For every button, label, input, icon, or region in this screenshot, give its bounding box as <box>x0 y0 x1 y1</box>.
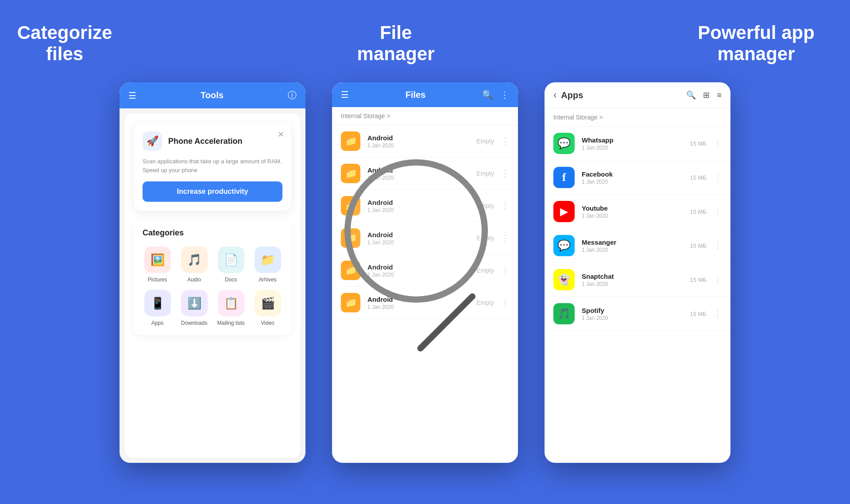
accel-icon: 🚀 <box>143 131 162 151</box>
folder-icon-3: 📁 <box>341 228 360 248</box>
accel-title: Phone Acceleration <box>168 137 242 146</box>
file-item-3[interactable]: 📁 Android 1 Jan 2020 Empty ⋮ <box>332 222 518 254</box>
category-downloads[interactable]: ⬇️ Downloads <box>179 290 209 326</box>
file-item-2[interactable]: 📁 Android 1 Jan 2020 Empty ⋮ <box>332 190 518 222</box>
docs-label: Docs <box>225 277 237 283</box>
app-more-spotify[interactable]: ⋮ <box>714 309 722 319</box>
category-grid: 🖼️ Pictures 🎵 Audio 📄 Docs 📁 Arhives <box>143 246 282 326</box>
file-more-5[interactable]: ⋮ <box>501 298 509 308</box>
files-search-icon[interactable]: 🔍 <box>482 89 493 100</box>
file-info-2: Android 1 Jan 2020 <box>367 199 469 213</box>
app-more-whatsapp[interactable]: ⋮ <box>714 139 722 148</box>
category-apps[interactable]: 📱 Apps <box>143 290 172 326</box>
youtube-icon: ▶ <box>553 201 575 222</box>
file-manager-title: File manager <box>342 22 450 65</box>
app-item-youtube[interactable]: ▶ Youtube 1 Jan 2020 15 МБ ⋮ <box>545 195 730 229</box>
apps-title: Apps <box>561 90 583 100</box>
spotify-icon: 🎵 <box>553 303 575 324</box>
tools-title: Tools <box>201 90 224 100</box>
files-breadcrumb: Internal Storage > <box>332 107 518 125</box>
category-docs[interactable]: 📄 Docs <box>216 246 246 283</box>
app-item-facebook[interactable]: f Facebook 1 Jan 2020 15 МБ ⋮ <box>545 161 730 195</box>
apps-back-icon[interactable]: ‹ <box>553 89 556 101</box>
file-info-5: Android 1 Jan 2020 <box>367 296 469 310</box>
file-more-4[interactable]: ⋮ <box>501 265 509 275</box>
whatsapp-icon: 💬 <box>553 133 575 154</box>
docs-icon: 📄 <box>218 246 244 273</box>
folder-icon-1: 📁 <box>341 164 360 183</box>
app-info-snapchat: Snaptchat 1 Jan 2020 <box>582 273 683 287</box>
file-more-3[interactable]: ⋮ <box>501 233 509 243</box>
apps-content: Internal Storage > 💬 Whatsapp 1 Jan 2020… <box>545 108 730 463</box>
files-phone: ☰ Files 🔍 ⋮ Internal Storage > 📁 Android… <box>332 82 518 463</box>
app-more-youtube[interactable]: ⋮ <box>714 207 722 216</box>
categories-title: Categories <box>143 228 282 238</box>
folder-icon-0: 📁 <box>341 131 360 151</box>
accel-description: Scan applications that take up a large a… <box>143 157 282 174</box>
file-item-0[interactable]: 📁 Android 1 Jan 2020 Empty ⋮ <box>332 125 518 158</box>
audio-label: Audio <box>187 277 201 283</box>
files-content: Internal Storage > 📁 Android 1 Jan 2020 … <box>332 107 518 463</box>
apps-phone: ‹ Apps 🔍 ⊞ ≡ Internal Storage > 💬 Whatsa… <box>545 82 730 463</box>
app-item-spotify[interactable]: 🎵 Spotify 1 Jan 2020 15 МБ ⋮ <box>545 297 730 331</box>
file-info-1: Android 1 Jan 2020 <box>367 166 469 181</box>
file-more-2[interactable]: ⋮ <box>501 201 509 211</box>
messenger-icon: 💬 <box>553 235 575 256</box>
file-list: 📁 Android 1 Jan 2020 Empty ⋮ 📁 Android 1… <box>332 125 518 319</box>
audio-icon: 🎵 <box>181 246 208 273</box>
file-info-0: Android 1 Jan 2020 <box>367 134 469 149</box>
apps-header: ‹ Apps 🔍 ⊞ ≡ <box>545 82 730 108</box>
pictures-label: Pictures <box>148 277 167 283</box>
acceleration-card: 🚀 Phone Acceleration ✕ Scan applications… <box>134 123 291 211</box>
category-mailing[interactable]: 📋 Mailing lists <box>216 290 246 326</box>
app-more-snapchat[interactable]: ⋮ <box>714 275 722 285</box>
apps-grid-icon[interactable]: ⊞ <box>703 90 710 100</box>
file-info-4: Android 1 Jan 2020 <box>367 263 469 278</box>
app-list: 💬 Whatsapp 1 Jan 2020 15 МБ ⋮ f Facebook… <box>545 127 730 331</box>
app-more-facebook[interactable]: ⋮ <box>714 173 722 182</box>
facebook-icon: f <box>553 167 575 188</box>
app-info-whatsapp: Whatsapp 1 Jan 2020 <box>582 136 683 151</box>
archives-icon: 📁 <box>255 246 281 273</box>
tools-header: ☰ Tools ⓘ <box>120 82 305 108</box>
files-title: Files <box>406 90 426 100</box>
categories-section: Categories 🖼️ Pictures 🎵 Audio 📄 Docs <box>134 219 291 335</box>
category-audio[interactable]: 🎵 Audio <box>179 246 209 283</box>
mailing-label: Mailing lists <box>217 320 244 326</box>
app-manager-title: Powerful app manager <box>662 22 850 65</box>
mailing-icon: 📋 <box>218 290 244 316</box>
tools-phone: ☰ Tools ⓘ 🚀 Phone Acceleration ✕ Scan ap… <box>120 82 305 463</box>
folder-icon-5: 📁 <box>341 293 360 312</box>
pictures-icon: 🖼️ <box>144 246 171 273</box>
files-menu-icon[interactable]: ☰ <box>341 89 349 100</box>
app-item-whatsapp[interactable]: 💬 Whatsapp 1 Jan 2020 15 МБ ⋮ <box>545 127 730 161</box>
category-pictures[interactable]: 🖼️ Pictures <box>143 246 172 283</box>
apps-filter-icon[interactable]: ≡ <box>717 91 722 100</box>
app-info-spotify: Spotify 1 Jan 2020 <box>582 307 683 321</box>
apps-search-icon[interactable]: 🔍 <box>686 90 696 100</box>
info-icon[interactable]: ⓘ <box>288 89 297 101</box>
category-archives[interactable]: 📁 Arhives <box>253 246 282 283</box>
app-item-snapchat[interactable]: 👻 Snaptchat 1 Jan 2020 15 МБ ⋮ <box>545 263 730 297</box>
downloads-label: Downloads <box>181 320 207 326</box>
menu-icon[interactable]: ☰ <box>128 90 136 101</box>
productivity-button[interactable]: Increase productivity <box>143 181 282 202</box>
files-header: ☰ Files 🔍 ⋮ <box>332 82 518 107</box>
folder-icon-2: 📁 <box>341 196 360 215</box>
file-item-4[interactable]: 📁 Android 1 Jan 2020 Empty ⋮ <box>332 254 518 287</box>
file-more-1[interactable]: ⋮ <box>501 169 509 178</box>
video-label: Video <box>261 320 274 326</box>
files-more-icon[interactable]: ⋮ <box>500 89 509 100</box>
app-more-messenger[interactable]: ⋮ <box>714 241 722 250</box>
category-video[interactable]: 🎬 Video <box>253 290 282 326</box>
tools-content: 🚀 Phone Acceleration ✕ Scan applications… <box>125 114 300 458</box>
file-item-5[interactable]: 📁 Android 1 Jan 2020 Empty ⋮ <box>332 287 518 319</box>
video-icon: 🎬 <box>255 290 281 316</box>
apps-icon: 📱 <box>144 290 171 316</box>
file-item-1[interactable]: 📁 Android 1 Jan 2020 Empty ⋮ <box>332 158 518 190</box>
app-info-facebook: Facebook 1 Jan 2020 <box>582 170 683 185</box>
categorize-title: Categorize files <box>0 22 129 65</box>
file-more-0[interactable]: ⋮ <box>501 136 509 146</box>
app-item-messenger[interactable]: 💬 Messanger 1 Jan 2020 15 МБ ⋮ <box>545 229 730 263</box>
close-button[interactable]: ✕ <box>278 130 284 139</box>
